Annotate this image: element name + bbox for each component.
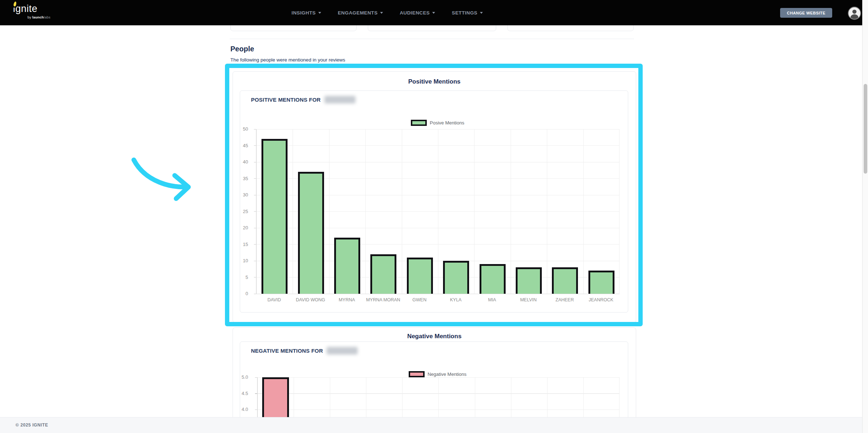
page: ignite by launchlabs INSIGHTS ENGAGEMENT…: [0, 0, 868, 433]
bar-david-wong: [298, 172, 324, 294]
positive-x-label-3: MYRNA MORAN: [365, 297, 401, 302]
positive-chart-title: Positive Mentions: [233, 78, 636, 85]
positive-y-tick-25: 25: [231, 209, 248, 214]
positive-y-tick-35: 35: [231, 176, 248, 181]
section-title: People: [230, 45, 254, 53]
tagline-by: by: [27, 15, 32, 19]
negative-y-tick-4.5: 4.5: [231, 391, 248, 396]
positive-legend-label: Posive Mentions: [430, 120, 464, 126]
positive-y-axis-labels: 05101520253035404550: [231, 129, 252, 294]
negative-header-label: NEGATIVE MENTIONS FOR: [251, 348, 323, 354]
navbar: ignite by launchlabs INSIGHTS ENGAGEMENT…: [0, 0, 862, 25]
redacted-name-blur: [324, 96, 356, 103]
negative-bar-chart: [257, 377, 620, 417]
copyright-text: © 2025 IGNITE: [16, 423, 48, 428]
change-website-button[interactable]: CHANGE WEBSITE: [780, 8, 832, 18]
bar-melvin: [516, 267, 542, 294]
positive-x-label-9: JEANROCK: [583, 297, 619, 302]
bar-kyla: [443, 261, 469, 294]
positive-y-tick-45: 45: [231, 143, 248, 148]
positive-y-tick-15: 15: [231, 242, 248, 247]
positive-header-label: POSITIVE MENTIONS FOR: [251, 97, 321, 103]
bar-mia: [480, 264, 506, 294]
negative-legend-swatch: [409, 371, 425, 377]
chevron-down-icon: [380, 12, 383, 14]
negative-legend[interactable]: Negative Mentions: [256, 371, 619, 377]
positive-chart-header: POSITIVE MENTIONS FOR: [251, 96, 356, 103]
positive-x-label-7: MELVIN: [510, 297, 546, 302]
nav-menu: INSIGHTS ENGAGEMENTS AUDIENCES SETTINGS: [292, 0, 483, 25]
positive-y-tick-40: 40: [231, 159, 248, 165]
arrow-annotation: [128, 154, 195, 204]
positive-legend[interactable]: Posive Mentions: [256, 120, 619, 126]
nav-item-insights-label: INSIGHTS: [292, 10, 316, 16]
positive-y-tick-50: 50: [231, 126, 248, 132]
nav-item-engagements-label: ENGAGEMENTS: [338, 10, 378, 16]
positive-bar-chart: [256, 129, 620, 294]
positive-y-tick-20: 20: [231, 225, 248, 230]
negative-legend-label: Negative Mentions: [427, 372, 467, 377]
positive-x-label-4: GWEN: [401, 297, 438, 302]
bar-david: [261, 139, 288, 294]
scrollbar-track[interactable]: [862, 0, 868, 433]
chevron-down-icon: [318, 12, 321, 14]
user-avatar[interactable]: [848, 7, 861, 20]
nav-item-settings-label: SETTINGS: [452, 10, 477, 16]
bar-jeanrock: [588, 271, 614, 294]
scrollbar-thumb[interactable]: [864, 84, 867, 174]
positive-x-label-1: DAVID WONG: [292, 297, 328, 302]
logo-text: ignite: [13, 3, 38, 14]
positive-x-axis-labels: DAVIDDAVID WONGMYRNAMYRNA MORANGWENKYLAM…: [256, 297, 620, 304]
negative-y-axis-labels: 5.04.54.0: [231, 377, 252, 417]
positive-y-tick-30: 30: [231, 192, 248, 198]
positive-legend-swatch: [411, 120, 427, 126]
nav-item-settings[interactable]: SETTINGS: [452, 10, 483, 16]
negative-y-tick-4.0: 4.0: [231, 407, 248, 412]
section-divider: [230, 39, 634, 39]
bar-negative-0: [262, 377, 289, 417]
nav-item-insights[interactable]: INSIGHTS: [292, 10, 321, 16]
positive-x-label-2: MYRNA: [329, 297, 365, 302]
negative-chart-title: Negative Mentions: [233, 333, 636, 340]
tagline-suffix: labs: [44, 15, 50, 19]
bar-myrna: [334, 238, 360, 294]
chevron-down-icon: [480, 12, 483, 14]
positive-x-label-5: KYLA: [438, 297, 474, 302]
nav-item-audiences[interactable]: AUDIENCES: [400, 10, 435, 16]
positive-y-tick-10: 10: [231, 258, 248, 263]
section-subtitle: The following people were mentioned in y…: [230, 57, 345, 63]
bar-zaheer: [552, 267, 578, 294]
person-icon: [848, 7, 861, 20]
chevron-down-icon: [432, 12, 435, 14]
logo-tagline: by launchlabs: [27, 15, 50, 19]
negative-chart-header: NEGATIVE MENTIONS FOR: [251, 347, 358, 355]
positive-x-label-0: DAVID: [256, 297, 292, 302]
redacted-name-blur: [327, 347, 358, 355]
positive-x-label-6: MIA: [474, 297, 510, 302]
positive-x-label-8: ZAHEER: [546, 297, 583, 302]
footer: © 2025 IGNITE: [0, 417, 862, 433]
tagline-brand: launch: [32, 15, 44, 19]
negative-y-tick-5.0: 5.0: [231, 374, 248, 380]
positive-y-tick-5: 5: [231, 275, 248, 280]
positive-y-tick-0: 0: [231, 291, 248, 296]
bar-gwen: [407, 258, 433, 294]
nav-item-engagements[interactable]: ENGAGEMENTS: [338, 10, 383, 16]
nav-item-audiences-label: AUDIENCES: [400, 10, 430, 16]
logo[interactable]: ignite by launchlabs: [13, 3, 56, 22]
bar-myrna-moran: [370, 254, 396, 294]
